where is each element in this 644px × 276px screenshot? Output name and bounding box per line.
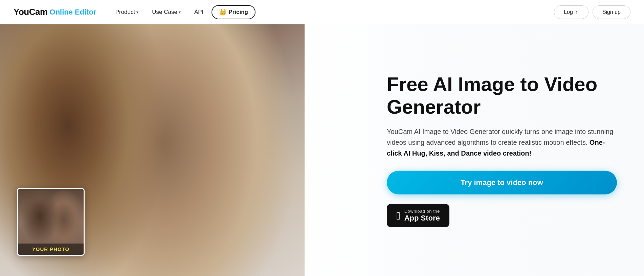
try-now-button[interactable]: Try image to video now: [387, 171, 617, 194]
app-store-text: Download on the App Store: [404, 209, 440, 223]
logo-youcam: YouCam: [14, 7, 48, 17]
app-store-button[interactable]:  Download on the App Store: [387, 204, 617, 227]
hero-content: Free AI Image to Video Generator YouCam …: [387, 73, 617, 227]
chevron-down-icon: ▾: [136, 10, 138, 15]
your-photo-label: YOUR PHOTO: [18, 244, 84, 255]
signup-button[interactable]: Sign up: [593, 5, 630, 19]
nav-links: Product ▾ Use Case ▾ API 👑 Pricing: [110, 5, 554, 19]
app-store-link[interactable]:  Download on the App Store: [387, 204, 449, 227]
nav-use-case[interactable]: Use Case ▾: [147, 6, 186, 18]
app-store-small-text: Download on the: [404, 209, 440, 214]
navbar: YouCam Online Editor Product ▾ Use Case …: [0, 0, 644, 24]
hero-description: YouCam AI Image to Video Generator quick…: [387, 126, 617, 159]
apple-icon: : [396, 210, 400, 221]
app-store-large-text: App Store: [404, 214, 440, 223]
nav-product[interactable]: Product ▾: [110, 6, 144, 18]
logo[interactable]: YouCam Online Editor: [14, 7, 96, 17]
nav-api[interactable]: API: [189, 6, 209, 18]
login-button[interactable]: Log in: [554, 5, 589, 19]
logo-online-editor: Online Editor: [50, 8, 96, 17]
hero-section: YOUR PHOTO Free AI Image to Video Genera…: [0, 24, 644, 276]
hero-title: Free AI Image to Video Generator: [387, 73, 617, 118]
hero-description-plain: YouCam AI Image to Video Generator quick…: [387, 128, 613, 146]
crown-icon: 👑: [219, 8, 226, 16]
your-photo-badge: YOUR PHOTO: [17, 188, 85, 256]
nav-auth: Log in Sign up: [554, 5, 630, 19]
chevron-down-icon: ▾: [179, 10, 181, 15]
nav-pricing[interactable]: 👑 Pricing: [212, 5, 256, 19]
